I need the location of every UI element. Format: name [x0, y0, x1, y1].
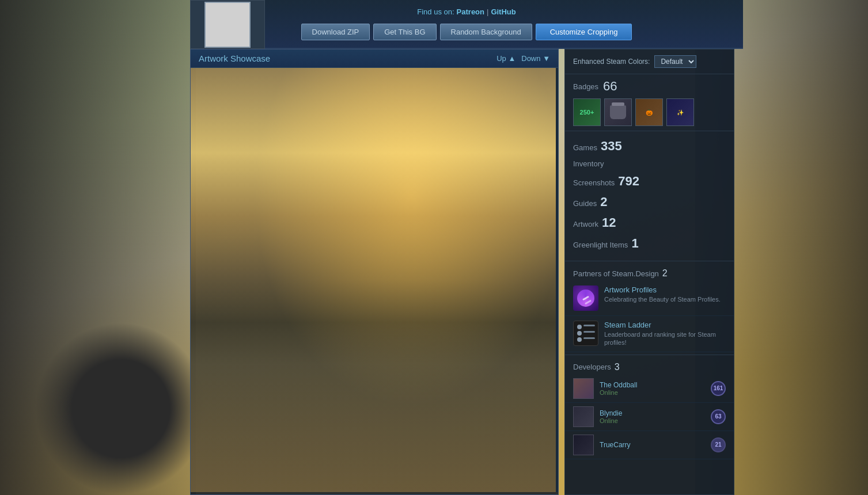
- get-this-bg-button[interactable]: Get This BG: [373, 24, 436, 40]
- dev-blyndie-badge: 63: [711, 409, 726, 424]
- background-rocks: [35, 322, 207, 495]
- steam-ladder-info: Steam Ladder Leaderboard and ranking sit…: [604, 321, 726, 347]
- games-count: 335: [601, 139, 622, 154]
- greenlight-row: Greenlight Items 1: [565, 233, 734, 254]
- dev-oddball-avatar: [573, 378, 594, 399]
- partner-artwork-profiles[interactable]: Artwork Profiles Celebrating the Beauty …: [565, 281, 734, 316]
- find-us-links: Find us on: Patreon | GitHub: [417, 7, 516, 16]
- showcase-image-area: [191, 68, 558, 492]
- dev-blyndie-name: Blyndie: [600, 409, 705, 417]
- divider-2: [565, 355, 734, 355]
- right-panel: Enhanced Steam Colors: Default Badges 66…: [564, 49, 734, 495]
- dev-truecarry-avatar: [573, 435, 594, 455]
- divider-1: [565, 261, 734, 261]
- guides-row: Guides 2: [565, 192, 734, 212]
- dev-truecarry-name: TrueCarry: [600, 441, 705, 449]
- badge-item-250[interactable]: 250+: [573, 98, 601, 126]
- top-bar: Find us on: Patreon | GitHub Download ZI…: [190, 0, 743, 49]
- games-row: Games 335: [565, 136, 734, 157]
- developer-oddball[interactable]: The Oddball Online 161: [565, 375, 734, 403]
- random-background-button[interactable]: Random Background: [440, 24, 532, 40]
- dev-truecarry-info: TrueCarry: [600, 441, 705, 449]
- screenshots-row: Screenshots 792: [565, 171, 734, 192]
- ladder-dot: [577, 331, 582, 336]
- find-us-label: Find us on:: [417, 7, 454, 16]
- showcase-header: Artwork Showcase Up ▲ Down ▼: [191, 50, 558, 68]
- badges-row: 250+ 🎃 ✨: [573, 98, 726, 126]
- up-link[interactable]: Up ▲: [496, 54, 516, 63]
- badge-item-sparkle[interactable]: ✨: [666, 98, 694, 126]
- artwork-circle-icon: [577, 290, 594, 307]
- ladder-line: [583, 331, 595, 333]
- games-label: Games: [573, 143, 597, 152]
- badges-count: 66: [603, 79, 617, 94]
- partners-header: Partners of Steam.Design 2: [565, 264, 734, 281]
- steam-ladder-name: Steam Ladder: [604, 321, 726, 329]
- artwork-count: 12: [602, 215, 616, 230]
- pot-icon: [610, 105, 626, 119]
- artwork-profiles-logo: [573, 285, 598, 311]
- ladder-line: [583, 337, 595, 339]
- patreon-link[interactable]: Patreon: [457, 7, 484, 16]
- showcase-title: Artwork Showcase: [199, 54, 270, 63]
- customize-cropping-button[interactable]: Customize Cropping: [536, 24, 632, 40]
- enhanced-colors-label: Enhanced Steam Colors:: [573, 58, 650, 66]
- screenshots-label: Screenshots: [573, 178, 615, 187]
- partner-steam-ladder[interactable]: Steam Ladder Leaderboard and ranking sit…: [565, 316, 734, 352]
- badge-item-pumpkin[interactable]: 🎃: [635, 98, 663, 126]
- showcase-divider: [556, 68, 558, 492]
- steam-ladder-desc: Leaderboard and ranking site for Steam p…: [604, 330, 726, 347]
- link-divider: |: [487, 7, 488, 16]
- down-link[interactable]: Down ▼: [521, 54, 550, 63]
- showcase-nav: Up ▲ Down ▼: [496, 54, 550, 63]
- artwork-label: Artwork: [573, 220, 598, 229]
- inventory-row: Inventory: [565, 157, 734, 171]
- artwork-profiles-desc: Celebrating the Beauty of Steam Profiles…: [604, 295, 726, 303]
- dev-blyndie-avatar: [573, 406, 594, 427]
- badge-item-pot[interactable]: [604, 98, 632, 126]
- steam-ladder-logo: [573, 321, 598, 346]
- inventory-label: Inventory: [573, 159, 604, 168]
- badges-section: Badges 66 250+ 🎃 ✨: [565, 74, 734, 131]
- ladder-dot: [577, 325, 582, 329]
- dev-truecarry-badge: 21: [711, 437, 726, 452]
- guides-label: Guides: [573, 199, 597, 208]
- dev-oddball-badge: 161: [711, 381, 726, 396]
- dev-oddball-status: Online: [600, 389, 705, 396]
- badges-label: Badges: [573, 82, 598, 91]
- developer-blyndie[interactable]: Blyndie Online 63: [565, 403, 734, 431]
- ladder-dot: [577, 337, 582, 342]
- dev-blyndie-status: Online: [600, 417, 705, 424]
- dev-oddball-name: The Oddball: [600, 381, 705, 389]
- partners-label: Partners of Steam.Design: [573, 269, 659, 278]
- stats-grid: Games 335 Inventory Screenshots 792 Guid…: [565, 131, 734, 258]
- badges-header: Badges 66: [573, 79, 726, 94]
- greenlight-count: 1: [631, 236, 638, 251]
- developer-truecarry[interactable]: TrueCarry 21: [565, 431, 734, 459]
- screenshots-count: 792: [618, 174, 639, 189]
- enhanced-colors-row: Enhanced Steam Colors: Default: [565, 50, 734, 74]
- dev-oddball-info: The Oddball Online: [600, 381, 705, 396]
- avatar: [204, 2, 251, 48]
- developers-header: Developers 3: [565, 357, 734, 375]
- enhanced-colors-select[interactable]: Default: [654, 55, 696, 68]
- partners-count: 2: [662, 268, 668, 279]
- artwork-row: Artwork 12: [565, 212, 734, 233]
- ladder-line: [583, 325, 595, 326]
- greenlight-label: Greenlight Items: [573, 241, 628, 249]
- showcase-panel: Artwork Showcase Up ▲ Down ▼: [190, 49, 559, 495]
- artwork-profiles-info: Artwork Profiles Celebrating the Beauty …: [604, 285, 726, 303]
- download-zip-button[interactable]: Download ZIP: [301, 24, 370, 40]
- artwork-profiles-name: Artwork Profiles: [604, 285, 726, 294]
- developers-label: Developers: [573, 363, 611, 371]
- guides-count: 2: [600, 195, 607, 210]
- showcase-image: [191, 68, 558, 492]
- top-bar-buttons: Download ZIP Get This BG Random Backgrou…: [301, 24, 632, 40]
- ladder-icon: [577, 325, 595, 342]
- developers-count: 3: [615, 362, 620, 372]
- github-link[interactable]: GitHub: [491, 7, 516, 16]
- dev-blyndie-info: Blyndie Online: [600, 409, 705, 424]
- profile-avatar-area: [190, 0, 265, 49]
